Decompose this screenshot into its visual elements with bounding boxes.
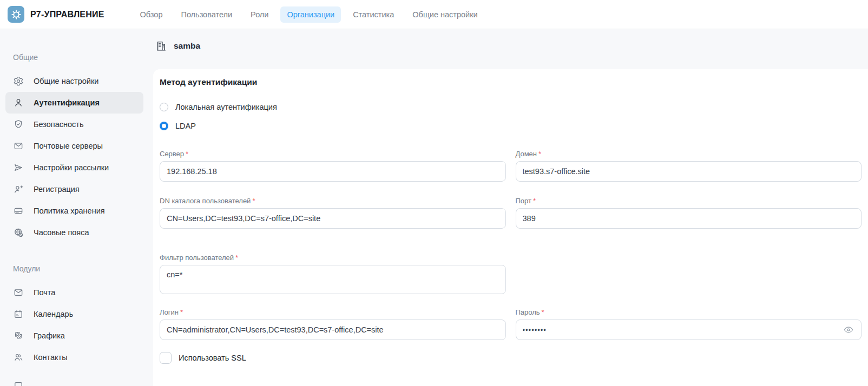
ssl-label: Использовать SSL bbox=[179, 354, 246, 362]
user-plus-icon bbox=[13, 184, 24, 195]
field-label: Сервер bbox=[160, 150, 184, 158]
main-nav: Обзор Пользователи Роли Организации Стат… bbox=[134, 6, 484, 23]
sidebar-section-general: Общие bbox=[13, 53, 149, 62]
user-filter-textarea[interactable]: cn=* bbox=[160, 265, 506, 294]
sidebar-item-label: Графика bbox=[34, 331, 65, 340]
sidebar-item-graphics-module[interactable]: Графика bbox=[5, 325, 143, 347]
globe-clock-icon bbox=[13, 227, 24, 238]
sidebar-item-label: Контакты bbox=[34, 353, 68, 362]
required-mark: * bbox=[542, 308, 544, 316]
tab-general-settings[interactable]: Общие настройки bbox=[406, 6, 484, 23]
sidebar-item-mail-servers[interactable]: Почтовые серверы bbox=[5, 135, 143, 157]
field-label: Пароль bbox=[516, 308, 540, 316]
required-mark: * bbox=[538, 150, 541, 158]
domain-input[interactable] bbox=[516, 161, 862, 182]
gear-logo-icon bbox=[11, 9, 22, 20]
sidebar-item-security[interactable]: Безопасность bbox=[5, 114, 143, 135]
puzzle-icon bbox=[13, 330, 24, 341]
sidebar-item-label: Безопасность bbox=[34, 120, 84, 129]
sidebar-item-label: Настройки рассылки bbox=[34, 163, 109, 172]
storage-icon bbox=[13, 205, 24, 216]
ssl-option[interactable]: Использовать SSL bbox=[160, 352, 862, 364]
field-server: Сервер * bbox=[160, 150, 506, 182]
required-mark: * bbox=[186, 150, 188, 158]
calendar-icon bbox=[13, 309, 24, 320]
auth-method-ldap[interactable]: LDAP bbox=[160, 122, 862, 130]
mail-icon bbox=[13, 141, 24, 151]
sidebar-item-label: Часовые пояса bbox=[34, 228, 89, 237]
sidebar-item-registration[interactable]: Регистрация bbox=[5, 178, 143, 200]
eye-icon[interactable] bbox=[843, 324, 854, 335]
field-password: Пароль * bbox=[516, 308, 862, 340]
sidebar-item-mailing-settings[interactable]: Настройки рассылки bbox=[5, 157, 143, 178]
user-icon bbox=[13, 97, 24, 108]
tab-users[interactable]: Пользователи bbox=[174, 6, 239, 23]
required-mark: * bbox=[180, 308, 183, 316]
brand-title: Р7-УПРАВЛЕНИЕ bbox=[30, 10, 104, 19]
ssl-checkbox[interactable] bbox=[160, 352, 172, 364]
field-user-dn: DN каталога пользователей * bbox=[160, 197, 506, 229]
required-mark: * bbox=[533, 197, 536, 205]
field-label: Логин bbox=[160, 308, 179, 316]
tab-overview[interactable]: Обзор bbox=[134, 6, 169, 23]
module-icon bbox=[13, 380, 24, 386]
field-port: Порт * bbox=[516, 197, 862, 229]
settings-sidebar: Общие Общие настройки Аутентификация bbox=[0, 29, 149, 386]
sidebar-item-general-settings[interactable]: Общие настройки bbox=[5, 70, 143, 92]
top-header: Р7-УПРАВЛЕНИЕ Обзор Пользователи Роли Ор… bbox=[0, 0, 868, 29]
port-input[interactable] bbox=[516, 208, 862, 229]
section-title: Метод аутентификации bbox=[160, 77, 862, 87]
tab-roles[interactable]: Роли bbox=[244, 6, 275, 23]
tab-statistics[interactable]: Статистика bbox=[346, 6, 400, 23]
sidebar-item-timezones[interactable]: Часовые пояса bbox=[5, 222, 143, 243]
sidebar-item-partial[interactable] bbox=[5, 375, 143, 386]
auth-method-local[interactable]: Локальная аутентификация bbox=[160, 103, 862, 111]
field-user-filter: Фильтр пользователей * cn=* bbox=[160, 254, 506, 296]
radio-label: Локальная аутентификация bbox=[175, 103, 277, 111]
org-header: samba bbox=[155, 40, 200, 52]
field-label: Домен bbox=[516, 150, 537, 158]
password-input[interactable] bbox=[516, 320, 862, 340]
app-logo bbox=[8, 6, 24, 23]
radio-label: LDAP bbox=[175, 122, 196, 130]
sidebar-item-label: Календарь bbox=[34, 310, 73, 318]
required-mark: * bbox=[252, 197, 255, 205]
sidebar-item-mail-module[interactable]: Почта bbox=[5, 282, 143, 303]
sidebar-item-calendar-module[interactable]: Календарь bbox=[5, 303, 143, 325]
ldap-form: Сервер * Домен * bbox=[160, 150, 862, 364]
send-icon bbox=[13, 162, 24, 173]
tab-organizations[interactable]: Организации bbox=[280, 6, 341, 23]
field-domain: Домен * bbox=[516, 150, 862, 182]
gear-icon bbox=[13, 76, 24, 86]
mail-icon bbox=[13, 287, 24, 298]
field-label: Порт bbox=[516, 197, 531, 205]
main-content: samba Метод аутентификации Локальная аут… bbox=[149, 29, 868, 386]
sidebar-item-label: Почта bbox=[34, 288, 55, 297]
field-label: DN каталога пользователей bbox=[160, 197, 251, 205]
sidebar-section-modules: Модули bbox=[13, 264, 149, 273]
auth-settings-card: Метод аутентификации Локальная аутентифи… bbox=[153, 69, 868, 386]
login-input[interactable] bbox=[160, 320, 506, 340]
sidebar-item-label: Регистрация bbox=[34, 185, 80, 194]
user-dn-input[interactable] bbox=[160, 208, 506, 229]
shield-check-icon bbox=[13, 119, 24, 130]
sidebar-item-contacts-module[interactable]: Контакты bbox=[5, 347, 143, 368]
sidebar-item-label: Политика хранения bbox=[34, 207, 105, 215]
field-label: Фильтр пользователей bbox=[160, 254, 234, 262]
sidebar-item-retention-policy[interactable]: Политика хранения bbox=[5, 200, 143, 222]
sidebar-item-authentication[interactable]: Аутентификация bbox=[5, 92, 143, 114]
sidebar-item-label: Аутентификация bbox=[34, 98, 100, 107]
building-icon bbox=[155, 40, 167, 52]
sidebar-item-label: Общие настройки bbox=[34, 77, 98, 85]
sidebar-item-label: Почтовые серверы bbox=[34, 142, 103, 150]
server-input[interactable] bbox=[160, 161, 506, 182]
required-mark: * bbox=[235, 254, 238, 262]
field-login: Логин * bbox=[160, 308, 506, 340]
org-name: samba bbox=[174, 41, 200, 51]
radio-local-auth[interactable] bbox=[160, 103, 168, 111]
users-icon bbox=[13, 352, 24, 363]
radio-ldap[interactable] bbox=[160, 122, 168, 130]
